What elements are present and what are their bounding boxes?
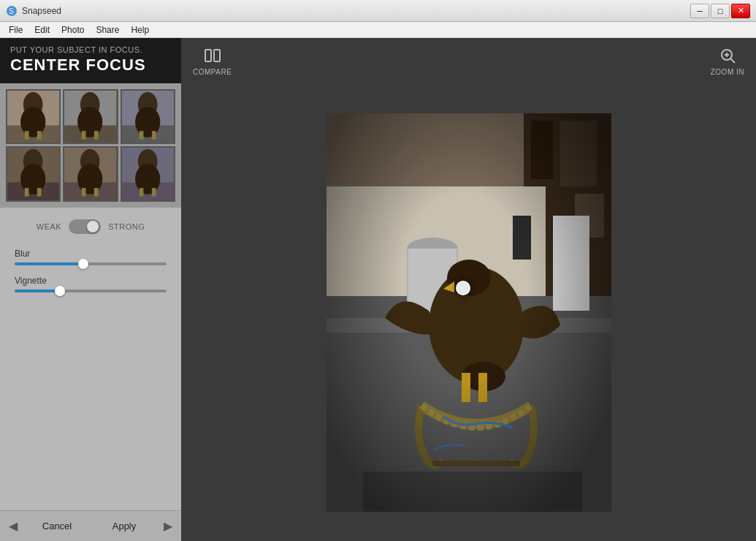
svg-rect-6: [25, 131, 29, 139]
svg-rect-67: [363, 472, 582, 512]
zoom-in-icon: [717, 45, 738, 66]
svg-point-5: [20, 107, 45, 137]
image-container: [181, 83, 756, 541]
vignette-label: Vignette: [15, 276, 167, 286]
svg-rect-7: [37, 131, 42, 139]
app-icon: S: [6, 5, 18, 17]
svg-rect-19: [152, 131, 156, 139]
eagle-scene: [327, 113, 611, 512]
svg-point-35: [135, 164, 160, 194]
zoom-in-button[interactable]: ZOOM IN: [711, 45, 744, 76]
focus-dot[interactable]: [456, 281, 470, 295]
svg-rect-31: [94, 189, 99, 197]
blur-label: Blur: [15, 249, 167, 259]
thumb-img-3: [122, 91, 174, 143]
svg-rect-25: [37, 189, 42, 197]
svg-rect-39: [214, 50, 220, 61]
thumbnail-6[interactable]: [121, 146, 175, 201]
strength-toggle[interactable]: [69, 219, 101, 234]
menu-bar: File Edit Photo Share Help: [0, 22, 756, 38]
menu-file[interactable]: File: [3, 23, 28, 37]
svg-rect-64: [478, 373, 487, 402]
svg-text:S: S: [9, 7, 14, 15]
menu-photo[interactable]: Photo: [56, 23, 90, 37]
eagle-frame[interactable]: [327, 113, 611, 512]
compare-button[interactable]: COMPARE: [193, 45, 232, 76]
svg-rect-57: [553, 216, 589, 311]
thumbnail-4[interactable]: [6, 146, 61, 201]
panel-header: Put your subject in focus. CENTER FOCUS: [0, 38, 181, 83]
vignette-slider-group: Vignette: [15, 276, 167, 292]
thumbnails-grid: [0, 83, 181, 208]
close-button[interactable]: ✕: [731, 4, 750, 18]
main-layout: Put your subject in focus. CENTER FOCUS: [0, 38, 756, 541]
thumb-img-5: [64, 148, 116, 200]
svg-rect-48: [560, 121, 597, 186]
blur-track[interactable]: [15, 262, 167, 265]
blur-thumb[interactable]: [78, 259, 88, 269]
weak-label: WEAK: [37, 222, 61, 231]
blur-fill: [15, 262, 83, 265]
svg-point-11: [77, 107, 102, 137]
thumbnail-2[interactable]: [63, 89, 118, 144]
thumbnail-1[interactable]: [6, 89, 61, 144]
svg-rect-58: [513, 216, 531, 260]
svg-rect-37: [152, 189, 156, 197]
window-title: Snapseed: [22, 6, 690, 16]
panel-subtitle: Put your subject in focus.: [10, 45, 171, 54]
bottom-bar: ◀ Cancel Apply ▶: [0, 510, 181, 541]
thumb-img-4: [7, 148, 59, 200]
apply-button[interactable]: Apply: [91, 516, 158, 536]
vignette-track[interactable]: [15, 290, 167, 292]
panel-title: CENTER FOCUS: [10, 56, 171, 75]
thumb-img-1: [7, 91, 59, 143]
cancel-button[interactable]: Cancel: [23, 516, 91, 536]
svg-point-17: [135, 107, 160, 137]
next-button[interactable]: ▶: [158, 516, 178, 537]
zoom-in-label: ZOOM IN: [711, 68, 744, 76]
controls-section: WEAK STRONG Blur Vignette: [0, 208, 181, 510]
svg-point-29: [77, 164, 102, 194]
menu-edit[interactable]: Edit: [28, 23, 56, 37]
strong-label: STRONG: [108, 222, 145, 231]
minimize-button[interactable]: ─: [690, 4, 709, 18]
svg-rect-13: [94, 131, 99, 139]
blur-slider-group: Blur: [15, 249, 167, 265]
svg-point-23: [20, 164, 45, 194]
left-panel: Put your subject in focus. CENTER FOCUS: [0, 38, 181, 541]
thumb-img-6: [122, 148, 174, 200]
svg-rect-36: [139, 189, 143, 197]
menu-help[interactable]: Help: [125, 23, 155, 37]
toggle-row: WEAK STRONG: [15, 219, 167, 234]
svg-rect-12: [82, 131, 86, 139]
maximize-button[interactable]: □: [711, 4, 730, 18]
thumb-img-2: [64, 91, 116, 143]
compare-icon: [202, 45, 223, 66]
toggle-knob: [87, 221, 99, 232]
svg-rect-63: [462, 373, 470, 402]
prev-button[interactable]: ◀: [3, 516, 23, 537]
svg-rect-65: [432, 461, 520, 466]
canvas-area: COMPARE ZOOM IN: [181, 38, 756, 541]
title-bar: S Snapseed ─ □ ✕: [0, 0, 756, 22]
menu-share[interactable]: Share: [90, 23, 125, 37]
svg-rect-47: [531, 121, 553, 179]
thumbnail-5[interactable]: [63, 146, 118, 201]
window-controls: ─ □ ✕: [690, 4, 750, 18]
svg-rect-24: [25, 189, 29, 197]
canvas-toolbar: COMPARE ZOOM IN: [181, 38, 756, 83]
thumbnail-3[interactable]: [121, 89, 175, 144]
svg-rect-30: [82, 189, 86, 197]
svg-rect-38: [205, 50, 211, 61]
svg-line-41: [730, 58, 735, 63]
vignette-thumb[interactable]: [55, 286, 65, 296]
svg-rect-18: [139, 131, 143, 139]
compare-label: COMPARE: [193, 68, 232, 76]
vignette-fill: [15, 290, 60, 292]
